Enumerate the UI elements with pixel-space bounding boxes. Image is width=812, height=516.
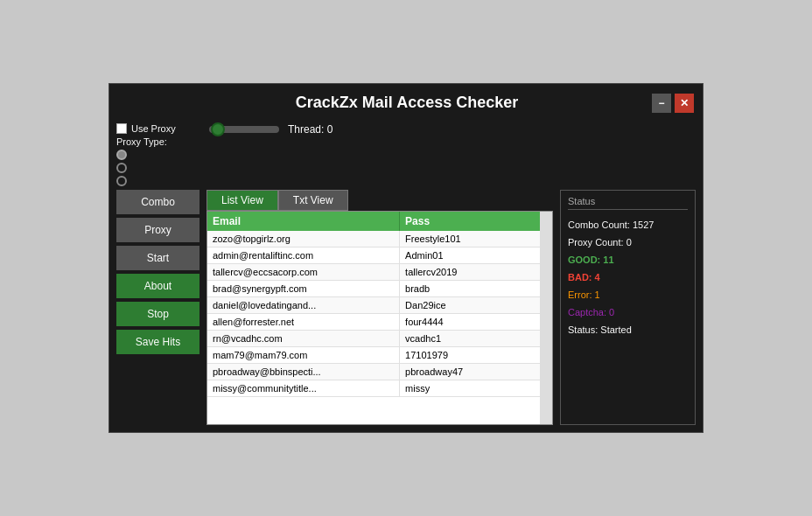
td-email: missy@communitytitle...	[207, 380, 400, 396]
use-proxy-checkbox[interactable]	[116, 123, 127, 134]
td-pass: Admin01	[400, 248, 540, 263]
good-count: GOOD: 11	[568, 255, 688, 265]
use-proxy-label: Use Proxy	[131, 123, 176, 134]
td-pass: bradb	[400, 281, 540, 296]
table-row[interactable]: pbroadway@bbinspecti...pbroadway47	[207, 364, 540, 380]
window-title: CrackZx Mail Access Checker	[162, 94, 652, 112]
about-button[interactable]: About	[116, 274, 200, 298]
table-row[interactable]: mam79@mam79.com17101979	[207, 347, 540, 364]
table-row[interactable]: allen@forrester.netfour4444	[207, 314, 540, 331]
error-count: Error: 1	[568, 289, 688, 300]
center-panel: List View Txt View Email Pass zozo@topgi…	[206, 190, 553, 425]
stop-button[interactable]: Stop	[116, 302, 200, 326]
radio-item-3[interactable]	[116, 176, 200, 186]
td-pass: Freestyle101	[400, 231, 540, 247]
table-container: Email Pass zozo@topgirlz.orgFreestyle101…	[206, 211, 553, 425]
thread-slider-track[interactable]	[209, 126, 279, 133]
table-row[interactable]: brad@synergypft.combradb	[207, 281, 540, 297]
window-controls: − ✕	[652, 94, 694, 113]
combo-count: Combo Count: 1527	[568, 220, 688, 230]
bad-count: BAD: 4	[568, 272, 688, 282]
radio-item-2[interactable]	[116, 163, 200, 173]
tab-txt-view[interactable]: Txt View	[278, 190, 348, 211]
use-proxy-row: Use Proxy	[116, 123, 200, 134]
th-email: Email	[207, 212, 400, 231]
data-table: Email Pass zozo@topgirlz.orgFreestyle101…	[207, 212, 540, 424]
tab-bar: List View Txt View	[206, 190, 553, 211]
window-body: Use Proxy Proxy Type:	[109, 119, 703, 432]
scrollbar[interactable]	[540, 212, 552, 424]
captcha-count: Captcha: 0	[568, 307, 688, 317]
thread-bar: Thread: 0	[205, 123, 696, 136]
desktop: CrackZx Mail Access Checker − ✕ Use Prox…	[0, 0, 812, 516]
table-row[interactable]: daniel@lovedatingand...Dan29ice	[207, 297, 540, 314]
table-header: Email Pass	[207, 212, 540, 231]
radio-circle-3[interactable]	[116, 176, 127, 186]
table-row[interactable]: missy@communitytitle...missy	[207, 380, 540, 397]
td-pass: tallercv2019	[400, 264, 540, 280]
td-pass: Dan29ice	[400, 297, 540, 313]
td-email: tallercv@eccsacorp.com	[207, 264, 400, 280]
combo-button[interactable]: Combo	[116, 190, 200, 214]
td-pass: four4444	[400, 314, 540, 330]
td-email: brad@synergypft.com	[207, 281, 400, 296]
radio-circle-1[interactable]	[116, 150, 127, 160]
close-button[interactable]: ✕	[675, 94, 694, 113]
td-pass: missy	[400, 380, 540, 396]
radio-circle-2[interactable]	[116, 163, 127, 173]
td-pass: vcadhc1	[400, 331, 540, 346]
td-email: zozo@topgirlz.org	[207, 231, 400, 247]
table-row[interactable]: rn@vcadhc.comvcadhc1	[207, 331, 540, 347]
left-panel: Combo Proxy Start About Stop Save Hits	[116, 190, 200, 425]
td-email: daniel@lovedatingand...	[207, 297, 400, 313]
main-content: Combo Proxy Start About Stop Save Hits L…	[116, 190, 696, 425]
thread-slider-thumb[interactable]	[211, 122, 225, 136]
td-email: mam79@mam79.com	[207, 347, 400, 363]
td-email: allen@forrester.net	[207, 314, 400, 330]
proxy-count: Proxy Count: 0	[568, 237, 688, 248]
th-pass: Pass	[400, 212, 540, 231]
table-body[interactable]: zozo@topgirlz.orgFreestyle101admin@renta…	[207, 231, 540, 424]
proxy-type-radio-group	[116, 150, 200, 186]
td-pass: 17101979	[400, 347, 540, 363]
tab-list-view[interactable]: List View	[206, 190, 278, 211]
td-pass: pbroadway47	[400, 364, 540, 380]
td-email: admin@rentaliftinc.com	[207, 248, 400, 263]
table-row[interactable]: zozo@topgirlz.orgFreestyle101	[207, 231, 540, 248]
title-bar: CrackZx Mail Access Checker − ✕	[109, 84, 703, 119]
minimize-button[interactable]: −	[652, 94, 671, 113]
td-email: rn@vcadhc.com	[207, 331, 400, 346]
status-panel: Status Combo Count: 1527 Proxy Count: 0 …	[560, 190, 696, 425]
thread-label: Thread: 0	[288, 123, 332, 136]
table-row[interactable]: tallercv@eccsacorp.comtallercv2019	[207, 264, 540, 281]
td-email: pbroadway@bbinspecti...	[207, 364, 400, 380]
radio-item-1[interactable]	[116, 150, 200, 160]
status-value: Status: Started	[568, 324, 688, 335]
status-header: Status	[568, 196, 688, 210]
save-hits-button[interactable]: Save Hits	[116, 330, 200, 354]
start-button[interactable]: Start	[116, 246, 200, 270]
proxy-button[interactable]: Proxy	[116, 218, 200, 242]
table-row[interactable]: admin@rentaliftinc.comAdmin01	[207, 248, 540, 264]
proxy-type-label: Proxy Type:	[116, 136, 200, 147]
main-window: CrackZx Mail Access Checker − ✕ Use Prox…	[108, 83, 704, 433]
